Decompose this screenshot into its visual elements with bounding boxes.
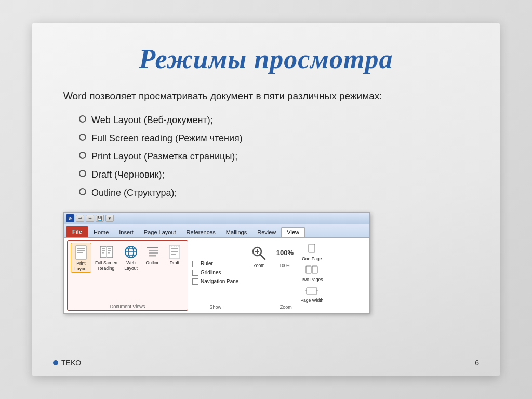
svg-rect-3 (77, 252, 83, 253)
ruler-checkbox-item[interactable]: Ruler (192, 260, 213, 268)
full-screen-reading-button[interactable]: Full ScreenReading (94, 243, 119, 272)
brand-dot (53, 360, 58, 365)
tab-references[interactable]: References (181, 227, 221, 237)
two-pages-icon (304, 263, 319, 277)
save-button[interactable]: 💾 (96, 215, 104, 222)
list-item-text: Full Screen reading (Режим чтения) (91, 131, 243, 145)
outline-label: Outline (146, 260, 160, 265)
list-item: Outline (Структура); (79, 184, 469, 202)
svg-rect-9 (108, 248, 111, 249)
svg-rect-7 (102, 250, 105, 251)
brand: ТEKO (53, 358, 81, 367)
brand-label: ТEKO (61, 358, 81, 367)
bullet-icon (79, 188, 86, 195)
svg-rect-17 (147, 247, 158, 248)
tab-insert[interactable]: Insert (114, 227, 139, 237)
page-number: 6 (475, 358, 479, 367)
draft-icon (166, 244, 183, 260)
bullet-icon (79, 170, 86, 177)
list-item-text: Outline (Структура); (91, 186, 177, 200)
list-item: Full Screen reading (Режим чтения) (79, 129, 469, 148)
gridlines-checkbox-item[interactable]: Gridlines (192, 269, 221, 276)
svg-rect-1 (77, 248, 85, 249)
svg-rect-8 (102, 252, 104, 254)
zoom-group: Zoom 100% 100% One P (243, 240, 328, 311)
gridlines-checkbox[interactable] (192, 270, 198, 276)
bullet-icon (79, 134, 86, 141)
doc-views-group-label: Document Views (110, 303, 145, 309)
title-bar: W ↩ ↪ 💾 ▼ (64, 213, 369, 224)
list-item: Draft (Черновик); (79, 166, 469, 184)
zoom-100-icon: 100% (275, 243, 295, 263)
ruler-label: Ruler (201, 261, 213, 267)
svg-rect-23 (171, 251, 178, 252)
svg-rect-19 (149, 252, 158, 254)
print-layout-icon (73, 244, 89, 261)
show-checkboxes: Ruler Gridlines Navigation Pane (192, 241, 238, 303)
web-layout-icon (123, 244, 139, 260)
print-layout-label: PrintLayout (74, 261, 88, 271)
two-pages-button[interactable]: Two Pages (299, 263, 324, 283)
svg-line-27 (260, 255, 265, 259)
list-item: Print Layout (Разметка страницы); (79, 148, 469, 166)
tab-home[interactable]: Home (88, 227, 114, 237)
undo-button[interactable]: ↩ (76, 215, 84, 222)
bullet-icon (79, 152, 86, 159)
presentation-slide: Режимы просмотра Word позволяет просматр… (32, 23, 500, 376)
redo-button[interactable]: ↪ (86, 215, 94, 222)
one-page-button[interactable]: One Page (299, 242, 324, 262)
zoom-100-label: 100% (280, 263, 291, 268)
navigation-pane-label: Navigation Pane (201, 278, 238, 284)
svg-rect-10 (108, 250, 111, 251)
draft-button[interactable]: Draft (165, 243, 184, 267)
full-screen-reading-icon (98, 244, 115, 260)
svg-rect-20 (149, 255, 156, 257)
tab-page-layout[interactable]: Page Layout (139, 227, 181, 237)
zoom-button[interactable]: Zoom (247, 242, 270, 269)
show-group: Ruler Gridlines Navigation Pane Show (188, 240, 243, 311)
svg-rect-33 (307, 288, 317, 294)
list-item: Web Layout (Веб-документ); (79, 111, 469, 129)
gridlines-label: Gridlines (201, 270, 221, 275)
outline-button[interactable]: Outline (143, 243, 163, 267)
zoom-icon (249, 243, 269, 263)
svg-rect-24 (171, 254, 176, 255)
navigation-pane-checkbox-item[interactable]: Navigation Pane (192, 278, 238, 285)
zoom-buttons: Zoom 100% 100% One P (247, 241, 324, 303)
svg-rect-18 (149, 250, 158, 251)
web-layout-label: WebLayout (124, 260, 138, 271)
list-item-text: Web Layout (Веб-документ); (91, 113, 213, 127)
zoom-label: Zoom (254, 263, 265, 268)
zoom-group-label: Zoom (280, 303, 292, 310)
ruler-checkbox[interactable] (192, 261, 198, 267)
one-page-label: One Page (302, 256, 322, 261)
quick-access-button[interactable]: ▼ (105, 215, 114, 222)
bullet-list: Web Layout (Веб-документ); Full Screen r… (79, 111, 469, 202)
tab-file[interactable]: File (66, 226, 88, 237)
slide-title: Режимы просмотра (63, 44, 469, 74)
ribbon-body: PrintLayout (64, 238, 369, 313)
bullet-icon (79, 115, 86, 123)
word-ribbon-screenshot: W ↩ ↪ 💾 ▼ File Home Insert Page Layout R… (63, 212, 370, 314)
outline-icon (144, 244, 161, 260)
svg-rect-32 (312, 266, 317, 273)
zoom-100-button[interactable]: 100% 100% (273, 242, 296, 269)
page-width-button[interactable]: Page Width (299, 284, 324, 303)
web-layout-button[interactable]: WebLayout (121, 243, 141, 272)
slide-footer: ТEKO 6 (53, 358, 479, 367)
navigation-pane-checkbox[interactable] (192, 278, 198, 285)
word-icon: W (66, 214, 74, 222)
tab-mailings[interactable]: Mailings (221, 227, 252, 237)
zoom-page-buttons: One Page Two Pages (299, 242, 324, 303)
svg-rect-6 (102, 248, 105, 249)
draft-label: Draft (170, 260, 179, 265)
document-views-group: PrintLayout (67, 240, 188, 311)
svg-rect-31 (306, 266, 311, 273)
two-pages-label: Two Pages (301, 277, 323, 282)
tab-view[interactable]: View (281, 227, 305, 237)
list-item-text: Print Layout (Разметка страницы); (91, 150, 237, 164)
print-layout-button[interactable]: PrintLayout (71, 243, 91, 273)
one-page-icon (304, 243, 319, 256)
svg-rect-5 (106, 246, 107, 258)
tab-review[interactable]: Review (252, 227, 281, 237)
